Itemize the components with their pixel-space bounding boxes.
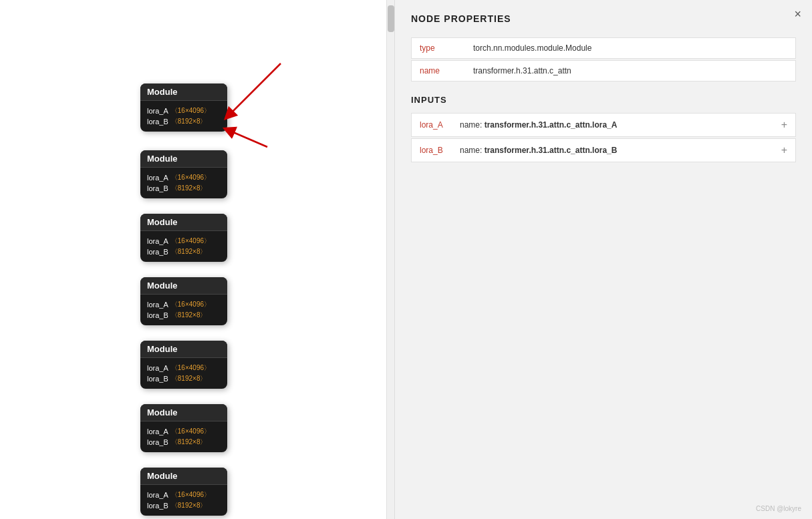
module-node-node7[interactable]: Modulelora_A 〈16×4096〉lora_B 〈8192×8〉 (140, 468, 227, 516)
module-node-node4[interactable]: Modulelora_A 〈16×4096〉lora_B 〈8192×8〉 (140, 277, 227, 325)
node-row-node6-0: lora_A 〈16×4096〉 (147, 427, 221, 436)
node-row-label: lora_B (147, 502, 168, 510)
module-node-node2[interactable]: Modulelora_A 〈16×4096〉lora_B 〈8192×8〉 (140, 150, 227, 198)
prop-row-name: name transformer.h.31.attn.c_attn (411, 60, 796, 81)
node-row-node1-0: lora_A 〈16×4096〉 (147, 106, 221, 116)
node-row-label: lora_A (147, 174, 168, 182)
prop-key-type: type (412, 38, 465, 58)
node-row-label: lora_A (147, 301, 168, 309)
canvas-scrollbar[interactable] (386, 0, 394, 519)
node-row-dim: 〈16×4096〉 (171, 300, 211, 309)
input-name-lora-b: transformer.h.31.attn.c_attn.lora_B (485, 146, 618, 155)
prop-key-name: name (412, 61, 465, 81)
close-button[interactable]: × (794, 8, 801, 20)
node-body-node3: lora_A 〈16×4096〉lora_B 〈8192×8〉 (140, 231, 227, 262)
prop-value-type: torch.nn.modules.module.Module (465, 38, 795, 58)
node-row-node2-1: lora_B 〈8192×8〉 (147, 184, 221, 193)
node-row-node3-1: lora_B 〈8192×8〉 (147, 247, 221, 256)
module-node-node3[interactable]: Modulelora_A 〈16×4096〉lora_B 〈8192×8〉 (140, 214, 227, 262)
node-row-node2-0: lora_A 〈16×4096〉 (147, 173, 221, 182)
node-row-label: lora_A (147, 491, 168, 499)
input-row-lora-a: lora_A name: transformer.h.31.attn.c_att… (411, 113, 796, 137)
input-label-lora-a: lora_A (420, 120, 460, 130)
properties-table: type torch.nn.modules.module.Module name… (411, 37, 796, 81)
module-node-node1[interactable]: Modulelora_A 〈16×4096〉lora_B 〈8192×8〉 (140, 83, 227, 132)
input-value-lora-b: name: transformer.h.31.attn.c_attn.lora_… (460, 146, 776, 155)
node-row-dim: 〈8192×8〉 (171, 438, 207, 447)
node-row-dim: 〈16×4096〉 (171, 427, 211, 436)
node-row-dim: 〈8192×8〉 (171, 311, 207, 320)
prop-value-name: transformer.h.31.attn.c_attn (465, 61, 795, 81)
svg-line-3 (229, 130, 267, 147)
node-row-node7-0: lora_A 〈16×4096〉 (147, 490, 221, 500)
node-header-node4: Module (140, 277, 227, 295)
input-add-lora-a[interactable]: + (781, 119, 787, 131)
scrollbar-thumb[interactable] (388, 5, 394, 32)
node-row-dim: 〈16×4096〉 (171, 490, 211, 500)
node-body-node7: lora_A 〈16×4096〉lora_B 〈8192×8〉 (140, 485, 227, 516)
node-row-dim: 〈16×4096〉 (171, 106, 211, 116)
node-body-node6: lora_A 〈16×4096〉lora_B 〈8192×8〉 (140, 421, 227, 452)
node-header-node1: Module (140, 83, 227, 101)
node-row-node6-1: lora_B 〈8192×8〉 (147, 438, 221, 447)
module-node-node6[interactable]: Modulelora_A 〈16×4096〉lora_B 〈8192×8〉 (140, 404, 227, 452)
node-header-node6: Module (140, 404, 227, 421)
input-row-lora-b: lora_B name: transformer.h.31.attn.c_att… (411, 138, 796, 162)
input-name-lora-a: transformer.h.31.attn.c_attn.lora_A (485, 120, 618, 130)
node-row-node7-1: lora_B 〈8192×8〉 (147, 501, 221, 510)
input-add-lora-b[interactable]: + (781, 144, 787, 156)
input-label-lora-b: lora_B (420, 146, 460, 155)
node-row-node4-1: lora_B 〈8192×8〉 (147, 311, 221, 320)
node-row-label: lora_A (147, 427, 168, 436)
panel-title: NODE PROPERTIES (411, 13, 796, 24)
node-header-node7: Module (140, 468, 227, 485)
node-body-node5: lora_A 〈16×4096〉lora_B 〈8192×8〉 (140, 358, 227, 389)
node-row-dim: 〈16×4096〉 (171, 236, 211, 246)
node-body-node1: lora_A 〈16×4096〉lora_B 〈8192×8〉 (140, 101, 227, 132)
node-row-dim: 〈8192×8〉 (171, 117, 207, 126)
input-value-lora-a: name: transformer.h.31.attn.c_attn.lora_… (460, 120, 776, 130)
node-row-label: lora_B (147, 184, 168, 192)
node-row-label: lora_A (147, 237, 168, 245)
right-panel: × NODE PROPERTIES type torch.nn.modules.… (394, 0, 812, 519)
inputs-section-title: INPUTS (411, 95, 796, 105)
node-row-node4-0: lora_A 〈16×4096〉 (147, 300, 221, 309)
canvas-area: Modulelora_A 〈16×4096〉lora_B 〈8192×8〉Mod… (0, 0, 394, 519)
node-header-node3: Module (140, 214, 227, 231)
watermark: CSDN @lokyre (756, 505, 801, 512)
node-row-label: lora_B (147, 118, 168, 126)
node-row-dim: 〈16×4096〉 (171, 173, 211, 182)
module-node-node5[interactable]: Modulelora_A 〈16×4096〉lora_B 〈8192×8〉 (140, 341, 227, 389)
node-row-node5-1: lora_B 〈8192×8〉 (147, 374, 221, 383)
node-row-dim: 〈8192×8〉 (171, 374, 207, 383)
node-header-node2: Module (140, 150, 227, 168)
prop-row-type: type torch.nn.modules.module.Module (411, 37, 796, 59)
svg-line-2 (229, 63, 281, 116)
node-body-node4: lora_A 〈16×4096〉lora_B 〈8192×8〉 (140, 295, 227, 325)
node-row-label: lora_B (147, 438, 168, 446)
node-row-label: lora_B (147, 375, 168, 383)
node-body-node2: lora_A 〈16×4096〉lora_B 〈8192×8〉 (140, 168, 227, 198)
node-row-label: lora_A (147, 107, 168, 115)
node-row-dim: 〈8192×8〉 (171, 501, 207, 510)
node-row-label: lora_B (147, 311, 168, 319)
node-row-node3-0: lora_A 〈16×4096〉 (147, 236, 221, 246)
node-row-dim: 〈8192×8〉 (171, 247, 207, 256)
node-row-label: lora_B (147, 248, 168, 256)
node-row-node1-1: lora_B 〈8192×8〉 (147, 117, 221, 126)
node-row-label: lora_A (147, 364, 168, 372)
node-header-node5: Module (140, 341, 227, 358)
node-row-dim: 〈16×4096〉 (171, 363, 211, 373)
node-row-dim: 〈8192×8〉 (171, 184, 207, 193)
node-row-node5-0: lora_A 〈16×4096〉 (147, 363, 221, 373)
